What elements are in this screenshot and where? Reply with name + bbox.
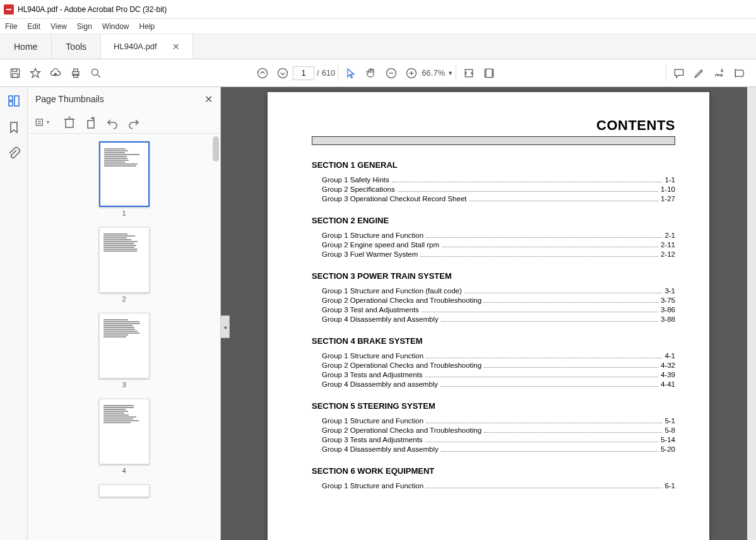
save-icon[interactable] — [5, 63, 25, 83]
toc-entry[interactable]: Group 3 Operational Checkout Record Shee… — [322, 195, 675, 203]
toc-leader-dots — [441, 451, 658, 452]
toc-entry[interactable]: Group 4 Disassembly and assembly4-41 — [322, 380, 675, 389]
thumbnails-rail-icon[interactable] — [6, 93, 21, 109]
close-panel-icon[interactable]: ✕ — [204, 93, 213, 105]
toc-leader-dots — [398, 191, 658, 192]
thumbnail-item[interactable]: 2 — [99, 227, 150, 303]
svg-rect-24 — [15, 96, 19, 106]
fit-page-icon[interactable] — [479, 63, 499, 83]
toc-leader-dots — [425, 377, 658, 377]
scrollbar[interactable] — [211, 134, 219, 540]
toc-entry[interactable]: Group 3 Fuel Warmer System2-12 — [322, 250, 675, 259]
toc-entry-label: Group 1 Safety Hints — [322, 176, 389, 184]
toc-entry[interactable]: Group 1 Safety Hints1-1 — [322, 176, 675, 184]
stamp-icon[interactable] — [729, 63, 750, 83]
toc-entry[interactable]: Group 2 Engine speed and Stall rpm2-11 — [322, 241, 675, 249]
svg-rect-18 — [486, 69, 492, 77]
thumbnail-page-number: 4 — [122, 467, 126, 474]
toc-entry[interactable]: Group 2 Operational Checks and Troublesh… — [322, 296, 675, 305]
toc-entry[interactable]: Group 2 Operational Checks and Troublesh… — [322, 426, 675, 435]
tabbar: Home Tools HL940A.pdf ✕ — [0, 34, 756, 59]
toc-entry-label: Group 2 Operational Checks and Troublesh… — [322, 296, 481, 304]
svg-rect-5 — [74, 69, 78, 71]
attachment-rail-icon[interactable] — [6, 146, 21, 161]
redo-icon[interactable] — [126, 115, 141, 130]
toc-entry[interactable]: Group 4 Disassembly and Assembly3-88 — [322, 315, 675, 324]
toc-entry-page: 4-41 — [661, 380, 675, 388]
search-icon[interactable] — [86, 63, 106, 83]
print-icon[interactable] — [66, 63, 86, 83]
tab-document[interactable]: HL940A.pdf ✕ — [101, 34, 193, 59]
toc-leader-dots — [470, 201, 658, 201]
page-down-icon[interactable] — [273, 63, 293, 83]
delete-page-icon[interactable] — [62, 115, 77, 130]
bookmark-rail-icon[interactable] — [6, 120, 21, 135]
thumbnails-list[interactable]: 1234 — [28, 134, 220, 540]
page-total: 610 — [322, 68, 336, 78]
toc-leader-dots — [484, 302, 658, 303]
thumbnail-item[interactable]: 1 — [99, 141, 150, 217]
highlight-icon[interactable] — [689, 63, 709, 83]
zoom-out-icon[interactable] — [381, 63, 401, 83]
cloud-share-icon[interactable] — [45, 63, 66, 83]
toc-entry[interactable]: Group 1 Structure and Function (fault co… — [322, 287, 675, 295]
section-heading: SECTION 2 ENGINE — [312, 216, 675, 225]
toc-entry[interactable]: Group 3 Tests and Adjustments4-39 — [322, 371, 675, 379]
toc-entry-label: Group 1 Structure and Function (fault co… — [322, 287, 462, 295]
toc-entry[interactable]: Group 3 Tests and Adjustments5-14 — [322, 436, 675, 444]
zoom-select[interactable]: 66.7% ▼ — [422, 68, 453, 78]
toc-entry[interactable]: Group 1 Structure and Function2-1 — [322, 232, 675, 240]
toc-entry-page: 6-1 — [664, 482, 675, 490]
page-number-input[interactable] — [293, 66, 314, 80]
hand-icon[interactable] — [361, 63, 381, 83]
toc-entry[interactable]: Group 4 Disassembly and Assembly5-20 — [322, 445, 675, 454]
thumbnail-item[interactable]: 4 — [99, 399, 150, 474]
menu-help[interactable]: Help — [139, 22, 155, 31]
toc-entry-label: Group 3 Operational Checkout Record Shee… — [322, 195, 467, 202]
fit-width-icon[interactable] — [459, 63, 479, 83]
pointer-icon[interactable] — [341, 63, 361, 83]
panel-options-icon[interactable]: ▾ — [34, 115, 49, 130]
section-heading: SECTION 5 STEERING SYSTEM — [312, 401, 675, 411]
close-tab-icon[interactable]: ✕ — [172, 42, 180, 52]
svg-point-9 — [258, 68, 268, 78]
right-tools-edge[interactable] — [747, 87, 756, 540]
tab-home[interactable]: Home — [0, 34, 52, 59]
section-heading: SECTION 3 POWER TRAIN SYSTEM — [312, 271, 675, 281]
toc-entry[interactable]: Group 1 Structure and Function5-1 — [322, 417, 675, 425]
undo-icon[interactable] — [105, 115, 120, 130]
toc-leader-dots — [440, 386, 658, 387]
toc-leader-dots — [420, 256, 658, 257]
toc-entry[interactable]: Group 1 Structure and Function4-1 — [322, 352, 675, 360]
page-up-icon[interactable] — [252, 63, 273, 83]
comment-icon[interactable] — [669, 63, 689, 83]
collapse-panel-icon[interactable]: ◂ — [221, 315, 230, 338]
thumbnail-item[interactable] — [99, 484, 150, 497]
svg-rect-28 — [66, 119, 73, 127]
menu-sign[interactable]: Sign — [77, 22, 92, 31]
zoom-in-icon[interactable] — [401, 63, 422, 83]
toc-leader-dots — [426, 423, 662, 423]
menu-file[interactable]: File — [5, 22, 17, 31]
toc-entry-page: 3-86 — [661, 306, 675, 314]
toc-entry[interactable]: Group 3 Test and Adjustments3-86 — [322, 306, 675, 314]
toc-entry[interactable]: Group 1 Structure and Function6-1 — [322, 482, 675, 490]
contents-heading: CONTENTS — [312, 117, 675, 134]
rotate-page-icon[interactable] — [83, 115, 98, 130]
toc-entry-label: Group 4 Disassembly and assembly — [322, 380, 438, 388]
sign-icon[interactable] — [709, 63, 729, 83]
toc-section: SECTION 6 WORK EQUIPMENTGroup 1 Structur… — [312, 466, 675, 490]
menu-edit[interactable]: Edit — [27, 22, 40, 31]
toc-entry[interactable]: Group 2 Specifications1-10 — [322, 185, 675, 194]
toc-entry-page: 3-75 — [661, 296, 675, 304]
titlebar: HL940A.pdf - Adobe Acrobat Pro DC (32-bi… — [0, 0, 756, 19]
tab-tools[interactable]: Tools — [52, 34, 101, 59]
star-icon[interactable] — [25, 63, 45, 83]
thumbnail-item[interactable]: 3 — [99, 313, 150, 389]
document-viewport[interactable]: ◂ CONTENTS SECTION 1 GENERALGroup 1 Safe… — [221, 87, 756, 540]
menu-view[interactable]: View — [50, 22, 67, 31]
page-indicator: / 610 — [293, 66, 335, 80]
toc-entry[interactable]: Group 2 Operational Checks and Troublesh… — [322, 361, 675, 370]
menu-window[interactable]: Window — [102, 22, 129, 31]
svg-rect-1 — [13, 69, 17, 71]
